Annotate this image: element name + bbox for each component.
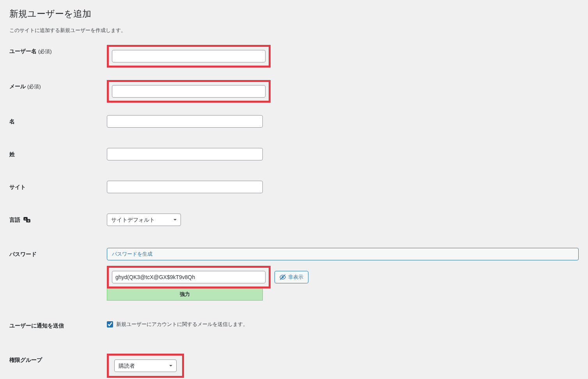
first-name-label: 名 — [9, 115, 107, 125]
role-label: 権限グループ — [9, 354, 107, 364]
last-name-label: 姓 — [9, 148, 107, 158]
email-highlight — [107, 80, 271, 103]
language-label: 言語 A文 — [9, 214, 107, 224]
last-name-input[interactable] — [107, 148, 263, 160]
username-highlight — [107, 45, 271, 68]
generate-password-button[interactable]: パスワードを生成 — [107, 248, 579, 260]
email-input[interactable] — [112, 85, 266, 98]
hide-password-button[interactable]: 非表示 — [275, 271, 308, 283]
website-label: サイト — [9, 181, 107, 191]
role-highlight: 購読者 — [107, 354, 184, 378]
language-select[interactable]: サイトデフォルト — [107, 214, 181, 226]
page-title: 新規ユーザーを追加 — [9, 8, 579, 20]
translate-icon: A文 — [23, 217, 30, 224]
eye-slash-icon — [280, 274, 286, 280]
role-select[interactable]: 購読者 — [114, 359, 177, 372]
password-label: パスワード — [9, 248, 107, 258]
password-highlight — [107, 266, 271, 288]
svg-text:文: 文 — [27, 219, 30, 222]
send-notification-checkbox-label[interactable]: 新規ユーザーにアカウントに関するメールを送信します。 — [116, 321, 248, 328]
website-input[interactable] — [107, 181, 263, 193]
send-notification-checkbox[interactable] — [107, 321, 113, 327]
add-user-form: ユーザー名 (必須) メール (必須) 名 姓 — [9, 45, 579, 378]
page-description: このサイトに追加する新規ユーザーを作成します。 — [9, 27, 579, 34]
send-notification-label: ユーザーに通知を送信 — [9, 319, 107, 329]
username-label: ユーザー名 (必須) — [9, 45, 107, 55]
email-label: メール (必須) — [9, 80, 107, 90]
password-strength-indicator: 強力 — [107, 288, 263, 301]
username-input[interactable] — [112, 50, 266, 62]
password-input[interactable] — [112, 271, 266, 283]
first-name-input[interactable] — [107, 115, 263, 128]
svg-text:A: A — [25, 217, 27, 220]
